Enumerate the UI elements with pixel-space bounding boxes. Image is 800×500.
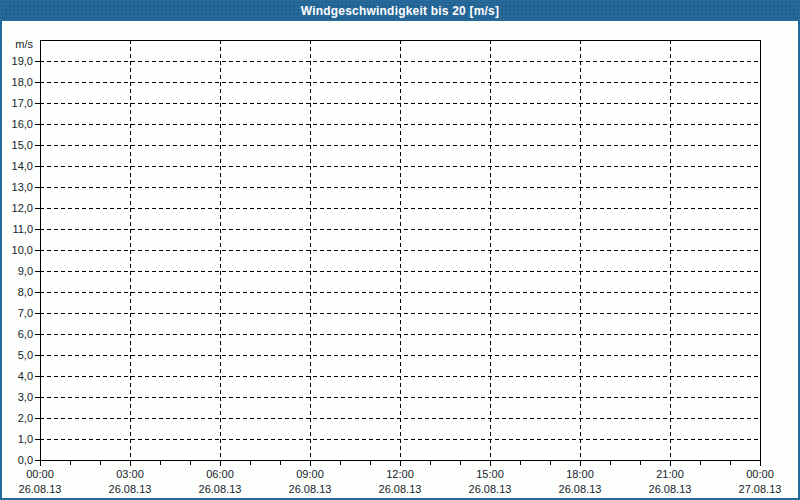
y-tick-label: 6,0 [18, 328, 33, 340]
y-tick-label: 8,0 [18, 286, 33, 298]
x-date-label: 26.08.13 [109, 483, 152, 495]
y-tick-label: 1,0 [18, 433, 33, 445]
x-date-label: 26.08.13 [469, 483, 512, 495]
y-axis-unit-label: m/s [15, 38, 33, 50]
y-tick-label: 5,0 [18, 349, 33, 361]
x-time-label: 00:00 [26, 468, 54, 480]
x-time-label: 03:00 [116, 468, 144, 480]
y-tick-label: 9,0 [18, 265, 33, 277]
x-date-label: 26.08.13 [199, 483, 242, 495]
y-tick-label: 13,0 [12, 181, 33, 193]
y-tick-label: 2,0 [18, 412, 33, 424]
y-tick-label: 14,0 [12, 160, 33, 172]
y-tick-label: 7,0 [18, 307, 33, 319]
y-tick-label: 3,0 [18, 391, 33, 403]
x-time-label: 06:00 [206, 468, 234, 480]
x-time-label: 12:00 [386, 468, 414, 480]
y-tick-label: 10,0 [12, 244, 33, 256]
chart-window: Windgeschwindigkeit bis 20 [m/s] 0,01,02… [0, 0, 800, 500]
x-date-label: 26.08.13 [379, 483, 422, 495]
x-time-label: 15:00 [476, 468, 504, 480]
x-date-label: 27.08.13 [739, 483, 782, 495]
x-time-label: 09:00 [296, 468, 324, 480]
chart-title-bar: Windgeschwindigkeit bis 20 [m/s] [0, 0, 800, 21]
x-time-label: 21:00 [656, 468, 684, 480]
x-time-label: 18:00 [566, 468, 594, 480]
x-time-label: 00:00 [746, 468, 774, 480]
y-tick-label: 4,0 [18, 370, 33, 382]
y-tick-label: 17,0 [12, 97, 33, 109]
chart-title: Windgeschwindigkeit bis 20 [m/s] [301, 4, 499, 18]
y-tick-label: 16,0 [12, 118, 33, 130]
y-tick-label: 0,0 [18, 454, 33, 466]
y-tick-label: 12,0 [12, 202, 33, 214]
y-tick-label: 19,0 [12, 55, 33, 67]
x-date-label: 26.08.13 [19, 483, 62, 495]
x-date-label: 26.08.13 [559, 483, 602, 495]
x-date-label: 26.08.13 [649, 483, 692, 495]
y-tick-label: 18,0 [12, 76, 33, 88]
wind-speed-chart: 0,01,02,03,04,05,06,07,08,09,010,011,012… [0, 0, 800, 500]
y-tick-label: 11,0 [12, 223, 33, 235]
x-date-label: 26.08.13 [289, 483, 332, 495]
y-tick-label: 15,0 [12, 139, 33, 151]
